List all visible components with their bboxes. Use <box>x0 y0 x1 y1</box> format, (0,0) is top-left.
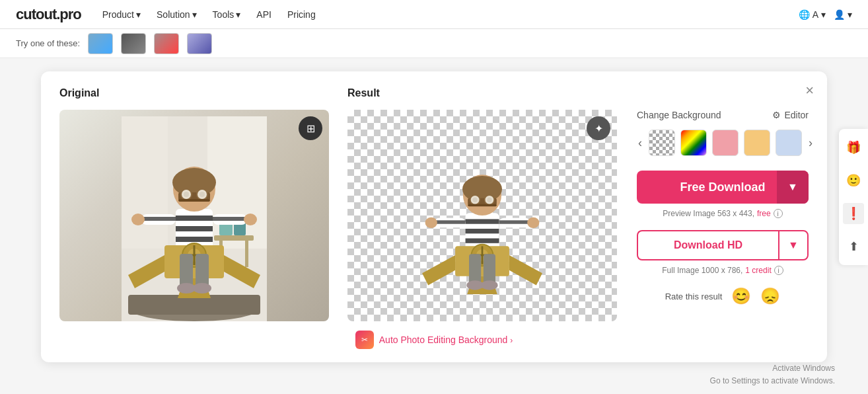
child-illustration <box>122 116 267 321</box>
svg-rect-45 <box>434 220 465 223</box>
arrow-icon: › <box>510 336 513 345</box>
download-hd-dropdown[interactable]: ▼ <box>778 230 809 260</box>
bg-swatches: ‹ › <box>637 130 809 156</box>
nav-links: Product ▾ Solution ▾ Tools ▾ API Pricing <box>102 9 799 20</box>
original-image-box: ⊞ <box>59 110 329 321</box>
user-button[interactable]: 👤 ▾ <box>834 9 852 20</box>
chevron-down-icon: ▾ <box>821 9 826 20</box>
gift-icon[interactable]: 🎁 <box>843 137 864 158</box>
svg-rect-15 <box>141 217 176 221</box>
editor-button[interactable]: ⚙ Editor <box>772 110 809 120</box>
svg-rect-7 <box>245 241 248 267</box>
svg-point-19 <box>244 214 257 225</box>
close-button[interactable]: × <box>805 82 814 99</box>
swatch-transparent[interactable] <box>649 130 675 156</box>
try-thumb-3[interactable] <box>154 33 179 54</box>
translate-icon: 🌐 <box>799 9 810 20</box>
svg-rect-42 <box>466 229 499 233</box>
swatches-prev-button[interactable]: ‹ <box>637 136 643 150</box>
svg-point-26 <box>199 192 205 197</box>
bottom-caption: ✂ Auto Photo Editing Background › <box>59 331 809 349</box>
svg-rect-2 <box>122 116 168 249</box>
free-download-button[interactable]: Free Download ▼ <box>637 171 809 204</box>
nav-right: 🌐 A ▾ 👤 ▾ <box>799 9 852 20</box>
svg-point-56 <box>487 198 491 202</box>
svg-rect-57 <box>468 204 497 207</box>
swatch-lightblue[interactable] <box>776 130 802 156</box>
svg-point-48 <box>425 217 437 228</box>
download-hd-button[interactable]: Download HD <box>637 230 778 260</box>
try-thumb-1[interactable] <box>88 33 113 54</box>
warning-icon[interactable]: ❗ <box>843 203 864 224</box>
info-icon-2[interactable]: i <box>774 266 783 275</box>
navbar: cutout.pro Product ▾ Solution ▾ Tools ▾ … <box>0 0 868 29</box>
result-card: × Original Result <box>41 71 827 362</box>
svg-rect-5 <box>214 235 254 241</box>
windows-watermark: Activate Windows Go to Settings to activ… <box>710 362 835 375</box>
right-panel: Change Background ⚙ Editor ‹ › <box>630 110 809 305</box>
swatch-pink[interactable] <box>712 130 739 156</box>
swatch-rainbow[interactable] <box>680 130 707 156</box>
happy-emoji-button[interactable]: 😊 <box>731 287 751 305</box>
info-icon[interactable]: i <box>774 209 783 218</box>
svg-rect-37 <box>196 254 209 287</box>
svg-point-38 <box>177 283 196 294</box>
magic-button[interactable]: ✦ <box>587 116 610 140</box>
change-bg-label: Change Background <box>637 110 721 120</box>
language-button[interactable]: 🌐 A ▾ <box>799 9 826 20</box>
svg-rect-47 <box>499 220 530 223</box>
nav-solution[interactable]: Solution ▾ <box>157 9 197 20</box>
scroll-up-icon[interactable]: ⬆ <box>843 236 864 257</box>
images-row: ⊞ <box>59 110 809 321</box>
svg-rect-41 <box>466 219 499 223</box>
result-label: Result <box>347 87 380 98</box>
svg-marker-64 <box>509 255 542 285</box>
try-bar: Try one of these: <box>0 29 868 58</box>
card-headers: Original Result <box>59 87 809 99</box>
magic-icon: ✦ <box>595 122 603 135</box>
rate-label: Rate this result <box>665 292 723 301</box>
download-hd-row: Download HD ▼ <box>637 230 809 260</box>
svg-point-68 <box>466 280 483 290</box>
chevron-down-icon: ▼ <box>788 239 799 251</box>
caption-icon: ✂ <box>355 331 374 349</box>
nav-product[interactable]: Product ▾ <box>102 9 141 20</box>
right-sidebar: 🎁 🙂 ❗ ⬆ <box>839 129 868 265</box>
rate-row: Rate this result 😊 😞 <box>637 287 809 305</box>
result-image-box: ✦ <box>347 110 617 321</box>
auto-edit-icon: ✂ <box>361 335 368 344</box>
nav-api[interactable]: API <box>256 9 271 20</box>
svg-point-18 <box>131 214 145 225</box>
result-image <box>347 110 617 321</box>
main-content: × Original Result <box>0 58 868 375</box>
svg-rect-13 <box>176 237 213 242</box>
logo: cutout.pro <box>16 6 81 23</box>
svg-marker-63 <box>422 255 455 285</box>
editor-icon: ⚙ <box>772 110 781 120</box>
chevron-down-icon: ▼ <box>787 181 798 193</box>
svg-rect-36 <box>180 254 193 287</box>
svg-rect-17 <box>213 217 247 221</box>
svg-rect-66 <box>469 254 481 284</box>
avatar-icon[interactable]: 🙂 <box>843 170 864 191</box>
sad-emoji-button[interactable]: 😞 <box>760 287 780 305</box>
chevron-down-icon: ▾ <box>136 9 141 20</box>
svg-point-49 <box>527 217 539 228</box>
crop-button[interactable]: ⊞ <box>299 116 322 140</box>
try-label: Try one of these: <box>16 38 80 48</box>
preview-info: Preview Image 563 x 443, free i <box>637 209 809 218</box>
svg-rect-27 <box>178 199 210 202</box>
svg-rect-11 <box>176 216 213 221</box>
swatches-next-button[interactable]: › <box>807 136 814 150</box>
auto-photo-editing-link[interactable]: Auto Photo Editing Background › <box>379 335 513 345</box>
swatch-peach[interactable] <box>744 130 770 156</box>
nav-tools[interactable]: Tools ▾ <box>213 9 241 20</box>
free-download-dropdown[interactable]: ▼ <box>777 171 809 204</box>
try-thumb-2[interactable] <box>121 33 146 54</box>
svg-rect-12 <box>176 226 213 231</box>
original-label: Original <box>59 87 99 98</box>
nav-pricing[interactable]: Pricing <box>287 9 316 20</box>
svg-point-39 <box>193 283 211 294</box>
try-thumb-4[interactable] <box>187 33 212 54</box>
svg-rect-67 <box>484 254 495 284</box>
